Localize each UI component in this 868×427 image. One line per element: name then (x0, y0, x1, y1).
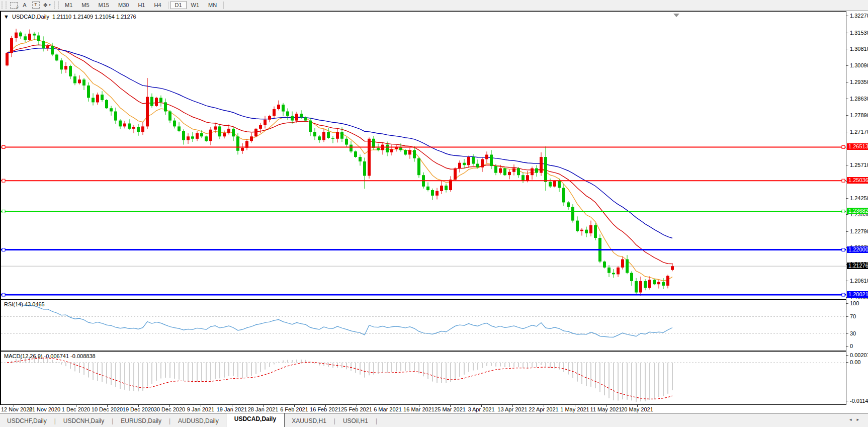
macd-label: MACD(12,26,9) -0.006741 -0.008838 (4, 353, 96, 359)
timeframe-button-m30[interactable]: M30 (114, 1, 133, 9)
axis-label-macd--0.011462: -0.011462 (850, 398, 868, 404)
collapse-triangle-icon[interactable]: ▼ (4, 14, 9, 20)
axis-tick-price-1.30810 (846, 49, 848, 49)
axis-tick-rsi-30 (846, 333, 848, 334)
axis-tick-price-1.21350 (846, 264, 848, 265)
timeframe-button-m5[interactable]: M5 (77, 1, 94, 9)
axis-tick-price-1.29350 (846, 82, 848, 82)
axis-tick-price-1.24990 (846, 181, 848, 182)
timeframe-button-d1[interactable]: D1 (170, 1, 187, 9)
date-label: 20 May 2021 (621, 406, 653, 412)
axis-label-price-1.30090: 1.30090 (850, 62, 868, 68)
rsi-panel[interactable] (0, 299, 846, 351)
axis-label-price-1.30810: 1.30810 (850, 46, 868, 52)
tab-usoil-h1[interactable]: USOil,H1 (336, 415, 375, 426)
axis-label-rsi-0: 0 (850, 343, 853, 349)
axis-tick-rsi-70 (846, 316, 848, 317)
date-label: 21 Nov 2020 (29, 406, 60, 412)
timeframe-button-h1[interactable]: H1 (133, 1, 149, 9)
axis-tick-price-1.20610 (846, 281, 848, 281)
axis-label-price-1.31530: 1.31530 (850, 30, 868, 36)
axis-tick-price-1.32270 (846, 16, 848, 16)
date-label: 28 Jan 2021 (248, 406, 279, 412)
axis-label-price-1.27890: 1.27890 (850, 112, 868, 118)
chevron-down-icon: ▾ (49, 3, 51, 7)
date-label: 11 May 2021 (590, 406, 622, 412)
toolbar-grip-2[interactable] (54, 2, 59, 9)
cursor-mode-icon[interactable]: ❖▾ (41, 1, 52, 9)
tab-audusd-daily[interactable]: AUDUSD,Daily (171, 415, 226, 426)
axis-label-macd-0.00: 0.00 (850, 359, 860, 365)
timeframe-buttons: M1M5M15M30H1H4D1W1MN (60, 1, 226, 9)
axis-label-macd-0.002074: 0.002074 (850, 352, 868, 358)
date-label: 1 Dec 2020 (62, 406, 90, 412)
date-label: 16 Feb 2021 (310, 406, 341, 412)
date-label: 13 Apr 2021 (497, 406, 527, 412)
chart-ohlc-header: ▼ USDCAD,Daily 1.21110 1.21409 1.21054 1… (4, 14, 136, 20)
axis-tick-price-1.22790 (846, 231, 848, 232)
axis-label-price-1.24250: 1.24250 (850, 195, 868, 201)
axis-label-price-1.22790: 1.22790 (850, 228, 868, 234)
low-value: 1.21054 (95, 14, 115, 20)
axis-label-price-1.23530: 1.23530 (850, 211, 868, 217)
date-label: 6 Mar 2021 (374, 406, 402, 412)
rsi-value: 43.0465 (25, 301, 45, 307)
tab-separator: | (375, 417, 378, 424)
label-a-icon[interactable]: A (19, 1, 30, 9)
axis-label-price-1.20610: 1.20610 (850, 278, 868, 284)
price-chart-panel[interactable] (0, 11, 846, 299)
axis-label-price-1.21350: 1.21350 (850, 261, 868, 267)
date-label: 22 Apr 2021 (529, 406, 558, 412)
date-label: 9 Jan 2021 (187, 406, 214, 412)
axis-tick-macd--0.011462 (846, 401, 848, 401)
axis-tick-price-1.23530 (846, 214, 848, 215)
axis-label-price-1.19890: 1.19890 (850, 294, 868, 300)
chart-toolbar: F A T ❖▾ M1M5M15M30H1H4D1W1MN (0, 0, 868, 11)
timeframe-button-m1[interactable]: M1 (60, 1, 77, 9)
axis-tick-price-1.27890 (846, 115, 848, 116)
price-badge-1.23682: 1.23682 (847, 208, 868, 214)
axis-label-price-1.32270: 1.32270 (850, 13, 868, 19)
date-label: 3 Apr 2021 (468, 406, 494, 412)
axis-tick-macd-0.00 (846, 362, 848, 363)
tab-scroll-arrows[interactable]: ◂▸ (849, 417, 864, 422)
axis-label-rsi-30: 30 (850, 330, 856, 336)
tab-usdcnh-daily[interactable]: USDCNH,Daily (56, 415, 111, 426)
axis-tick-rsi-100 (846, 303, 848, 304)
price-badge-bid: 1.21276 (847, 263, 868, 269)
tab-xauusd-h1[interactable]: XAUUSD,H1 (285, 415, 333, 426)
axis-label-price-1.27170: 1.27170 (850, 129, 868, 135)
date-label: 19 Dec 2020 (123, 406, 154, 412)
rsi-label: RSI(14) 43.0465 (4, 301, 45, 307)
macd-main-value: -0.006741 (44, 353, 69, 359)
symbol-tab-bar: USDCHF,Daily|USDCNH,Daily|EURUSD,Daily|A… (0, 413, 868, 427)
date-label: 25 Mar 2021 (435, 406, 466, 412)
axis-label-price-1.25710: 1.25710 (850, 162, 868, 168)
tab-usdchf-daily[interactable]: USDCHF,Daily (0, 415, 54, 426)
tab-usdcad-daily[interactable]: USDCAD,Daily (226, 413, 285, 427)
high-value: 1.21409 (73, 14, 93, 20)
axis-label-rsi-100: 100 (850, 300, 859, 306)
tab-eurusd-daily[interactable]: EURUSD,Daily (114, 415, 168, 426)
timeframe-button-h4[interactable]: H4 (149, 1, 165, 9)
text-box-icon[interactable]: T (30, 1, 41, 9)
chart-window-icon[interactable]: F (8, 1, 19, 9)
trading-terminal: F A T ❖▾ M1M5M15M30H1H4D1W1MN ▼ USDCAD,D… (0, 0, 868, 427)
timeframe-button-w1[interactable]: W1 (187, 1, 204, 9)
date-label: 10 Dec 2020 (92, 406, 123, 412)
price-badge-1.25036: 1.25036 (847, 177, 868, 184)
axis-label-price-1.29350: 1.29350 (850, 79, 868, 85)
axis-label-price-1.26450: 1.26450 (850, 145, 868, 151)
axis-tick-rsi-0 (846, 346, 848, 347)
timeframe-button-m15[interactable]: M15 (94, 1, 114, 9)
axis-tick-price-1.27170 (846, 132, 848, 132)
timeframe-button-mn[interactable]: MN (204, 1, 221, 9)
axis-tick-price-1.25710 (846, 165, 848, 165)
macd-panel[interactable] (0, 351, 846, 405)
axis-tick-macd-0.002074 (846, 355, 848, 356)
axis-tick-price-1.24250 (846, 198, 848, 199)
toolbar-grip[interactable] (2, 2, 7, 9)
date-label: 1 May 2021 (560, 406, 589, 412)
date-label: 6 Feb 2021 (280, 406, 308, 412)
axis-label-price-1.22070: 1.22070 (850, 244, 868, 250)
